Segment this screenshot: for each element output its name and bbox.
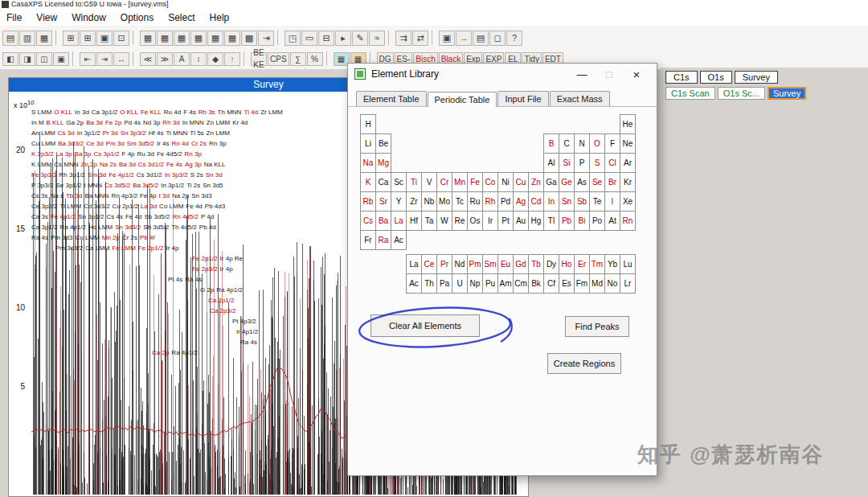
element-pu[interactable]: Pu <box>482 273 498 294</box>
element-ar[interactable]: Ar <box>620 153 636 173</box>
menu-view[interactable]: View <box>36 12 57 23</box>
display-settings-icon[interactable]: ▭ <box>301 31 317 46</box>
element-th[interactable]: Th <box>421 273 437 294</box>
swap-icon[interactable]: ⇄ <box>412 31 428 46</box>
create-regions-button[interactable]: Create Regions <box>547 353 621 374</box>
marker-icon[interactable]: ◆ <box>207 52 223 66</box>
element-k[interactable]: K <box>360 172 376 192</box>
element-sr[interactable]: Sr <box>375 191 391 212</box>
element-dy[interactable]: Dy <box>543 254 559 274</box>
forward-icon[interactable]: ⇉ <box>395 31 411 46</box>
element-ti[interactable]: Ti <box>406 172 422 192</box>
element-nb[interactable]: Nb <box>421 191 437 212</box>
element-sm[interactable]: Sm <box>482 254 498 274</box>
element-am[interactable]: Am <box>497 273 514 294</box>
element-pm[interactable]: Pm <box>467 254 483 274</box>
element-ba[interactable]: Ba <box>375 211 391 231</box>
element-fm[interactable]: Fm <box>574 273 590 294</box>
element-tb[interactable]: Tb <box>528 254 544 274</box>
element-mo[interactable]: Mo <box>436 191 452 212</box>
spectrum-tab-c1s[interactable]: C1s <box>665 71 698 84</box>
percent-toggle[interactable]: % <box>307 52 323 66</box>
print-icon[interactable]: ▤ <box>473 31 489 46</box>
element-si[interactable]: Si <box>559 153 575 173</box>
element-u[interactable]: U <box>452 273 468 294</box>
element-fr[interactable]: Fr <box>360 230 376 250</box>
menu-help[interactable]: Help <box>210 12 230 23</box>
element-w[interactable]: W <box>436 211 452 231</box>
element-re[interactable]: Re <box>452 211 468 231</box>
element-pd[interactable]: Pd <box>497 191 514 212</box>
tab-input-file[interactable]: Input File <box>497 91 548 106</box>
tile-active-icon[interactable]: ▩ <box>241 31 257 46</box>
page-left-icon[interactable]: ◧ <box>2 52 18 66</box>
element-tc[interactable]: Tc <box>452 191 468 212</box>
block-tab-o1s-sc-[interactable]: O1s Sc... <box>718 87 765 100</box>
element-la[interactable]: La <box>391 211 407 231</box>
element-pt[interactable]: Pt <box>497 211 514 231</box>
open-icon[interactable]: ▥ <box>19 31 35 46</box>
element-pr[interactable]: Pr <box>436 254 452 274</box>
element-lr[interactable]: Lr <box>620 273 636 294</box>
element-he[interactable]: He <box>620 114 636 134</box>
element-hf[interactable]: Hf <box>406 211 422 231</box>
export-tile-icon[interactable]: ⇥ <box>258 31 274 46</box>
maximize-button[interactable]: □ <box>596 68 623 80</box>
help-icon[interactable]: ? <box>506 31 522 46</box>
element-cf[interactable]: Cf <box>543 273 559 294</box>
element-ra[interactable]: Ra <box>375 230 391 250</box>
element-cs[interactable]: Cs <box>360 211 376 231</box>
go-icon[interactable]: → <box>456 31 472 46</box>
element-c[interactable]: C <box>559 133 575 154</box>
element-at[interactable]: At <box>604 211 620 231</box>
element-sc[interactable]: Sc <box>391 172 407 192</box>
element-au[interactable]: Au <box>513 211 529 231</box>
element-ge[interactable]: Ge <box>559 172 575 192</box>
element-bi[interactable]: Bi <box>574 211 590 231</box>
zoom-in-icon[interactable]: ≫ <box>157 52 173 66</box>
tab-element-table[interactable]: Element Table <box>356 91 427 106</box>
menu-options[interactable]: Options <box>121 12 154 23</box>
element-br[interactable]: Br <box>604 172 620 192</box>
element-as[interactable]: As <box>574 172 590 192</box>
element-es[interactable]: Es <box>559 273 575 294</box>
element-tm[interactable]: Tm <box>589 254 605 274</box>
element-er[interactable]: Er <box>574 254 590 274</box>
element-ta[interactable]: Ta <box>421 211 437 231</box>
page-right-icon[interactable]: ◨ <box>19 52 35 66</box>
find-peaks-button[interactable]: Find Peaks <box>565 316 629 337</box>
element-ce[interactable]: Ce <box>421 254 437 274</box>
menu-select[interactable]: Select <box>168 12 194 23</box>
element-ga[interactable]: Ga <box>543 172 559 192</box>
spectrum-tab-o1s[interactable]: O1s <box>700 71 732 84</box>
spectrum-tab-survey[interactable]: Survey <box>735 71 778 84</box>
copy-icon[interactable]: ⊞ <box>63 31 79 46</box>
up-icon[interactable]: ↑ <box>224 52 240 66</box>
tile-overlay-icon[interactable]: ▦ <box>224 31 240 46</box>
element-se[interactable]: Se <box>589 172 605 192</box>
element-ac[interactable]: Ac <box>391 230 407 250</box>
new-icon[interactable]: ▤ <box>2 31 18 46</box>
element-rn[interactable]: Rn <box>620 211 636 231</box>
step-icon[interactable]: ▸ <box>335 31 351 46</box>
tile-columns-icon[interactable]: ▦ <box>157 31 173 46</box>
element-la[interactable]: La <box>406 254 422 274</box>
tile-rows-icon[interactable]: ▦ <box>140 31 156 46</box>
tile-pages-icon[interactable]: ▦ <box>190 31 207 46</box>
element-f[interactable]: F <box>604 133 620 154</box>
element-ac[interactable]: Ac <box>406 273 422 294</box>
element-ni[interactable]: Ni <box>497 172 514 192</box>
step-back-icon[interactable]: ⇤ <box>80 52 96 66</box>
fit-width-icon[interactable]: ↔ <box>113 52 129 66</box>
element-ru[interactable]: Ru <box>467 191 483 212</box>
element-rb[interactable]: Rb <box>360 191 376 212</box>
element-ca[interactable]: Ca <box>375 172 391 192</box>
step-forward-icon[interactable]: ⇥ <box>96 52 113 66</box>
duplicate-icon[interactable]: ⊡ <box>113 31 129 46</box>
cps-toggle[interactable]: CPS <box>268 52 289 66</box>
element-i[interactable]: I <box>604 191 620 212</box>
element-xe[interactable]: Xe <box>620 191 636 212</box>
element-nd[interactable]: Nd <box>452 254 468 274</box>
element-ir[interactable]: Ir <box>482 211 498 231</box>
element-eu[interactable]: Eu <box>497 254 514 274</box>
